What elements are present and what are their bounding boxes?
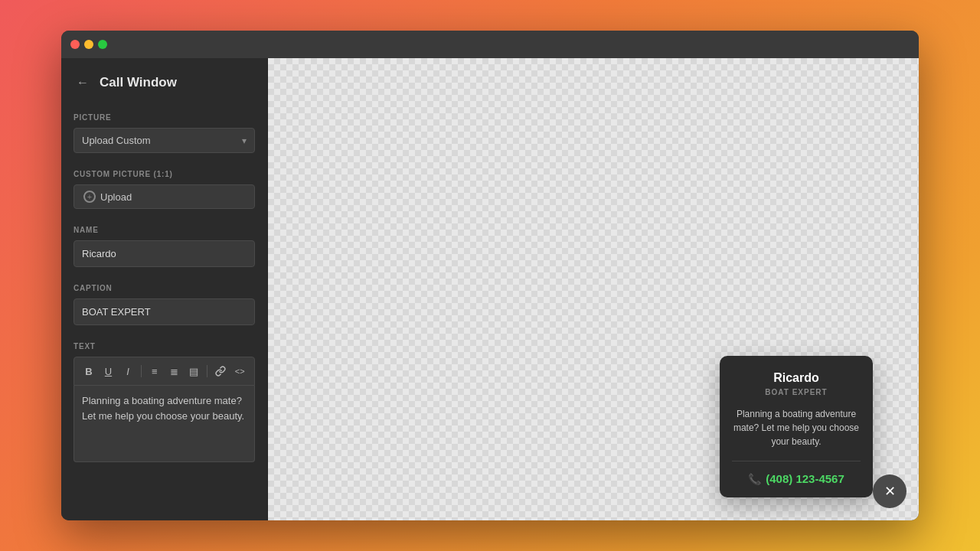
- name-field-group: NAME: [74, 226, 255, 267]
- link-button[interactable]: [212, 362, 229, 380]
- call-card-text: Planning a boating adventure mate? Let m…: [732, 407, 861, 448]
- caption-field-group: CAPTION: [74, 284, 255, 325]
- traffic-lights: [70, 40, 107, 49]
- name-label: NAME: [74, 226, 255, 234]
- toolbar-separator-1: [141, 365, 142, 377]
- italic-button[interactable]: I: [119, 362, 136, 380]
- upload-label: Upload: [100, 191, 132, 203]
- underline-button[interactable]: U: [100, 362, 117, 380]
- left-panel: ← Call Window PICTURE Upload Custom ▾ CU…: [61, 58, 268, 520]
- back-button[interactable]: ←: [74, 73, 92, 92]
- custom-picture-field-group: CUSTOM PICTURE (1:1) + Upload: [74, 170, 255, 209]
- close-traffic-light[interactable]: [70, 40, 80, 49]
- unordered-list-button[interactable]: ≡: [146, 362, 163, 380]
- close-icon: ✕: [884, 483, 896, 500]
- close-button[interactable]: ✕: [873, 474, 906, 508]
- upload-button[interactable]: + Upload: [74, 184, 255, 209]
- call-card-caption: BOAT EXPERT: [732, 388, 861, 396]
- text-field-group: TEXT B U I ≡ ≣ ▤ <>: [74, 342, 255, 462]
- text-editor[interactable]: Planning a boating adventure mate? Let m…: [74, 386, 255, 462]
- canvas-area: Ricardo BOAT EXPERT Planning a boating a…: [268, 58, 919, 520]
- editor-toolbar: B U I ≡ ≣ ▤ <>: [74, 357, 255, 386]
- code-button[interactable]: <>: [231, 362, 248, 380]
- text-label: TEXT: [74, 342, 255, 350]
- name-input[interactable]: [74, 240, 255, 267]
- phone-icon: 📞: [748, 473, 761, 485]
- phone-number: (408) 123-4567: [766, 472, 844, 485]
- ordered-list-button[interactable]: ≣: [166, 362, 183, 380]
- fullscreen-traffic-light[interactable]: [98, 40, 107, 49]
- page-title: Call Window: [100, 75, 177, 90]
- dropdown-value: Upload Custom: [82, 135, 151, 146]
- custom-picture-label: CUSTOM PICTURE (1:1): [74, 170, 255, 178]
- title-bar: [61, 31, 919, 58]
- call-card: Ricardo BOAT EXPERT Planning a boating a…: [720, 356, 873, 497]
- picture-dropdown[interactable]: Upload Custom ▾: [74, 128, 255, 153]
- call-card-divider: [732, 461, 861, 461]
- upload-icon: +: [83, 191, 96, 203]
- call-card-name: Ricardo: [732, 371, 861, 385]
- caption-label: CAPTION: [74, 284, 255, 292]
- panel-header: ← Call Window: [74, 73, 255, 92]
- align-button[interactable]: ▤: [185, 362, 202, 380]
- toolbar-separator-2: [207, 365, 207, 377]
- picture-field-group: PICTURE Upload Custom ▾: [74, 113, 255, 153]
- minimize-traffic-light[interactable]: [84, 40, 93, 49]
- call-card-phone[interactable]: 📞 (408) 123-4567: [732, 472, 861, 485]
- main-content: ← Call Window PICTURE Upload Custom ▾ CU…: [61, 58, 919, 520]
- chevron-down-icon: ▾: [242, 135, 247, 146]
- app-window: ← Call Window PICTURE Upload Custom ▾ CU…: [61, 31, 919, 520]
- picture-label: PICTURE: [74, 113, 255, 122]
- caption-input[interactable]: [74, 298, 255, 325]
- bold-button[interactable]: B: [80, 362, 97, 380]
